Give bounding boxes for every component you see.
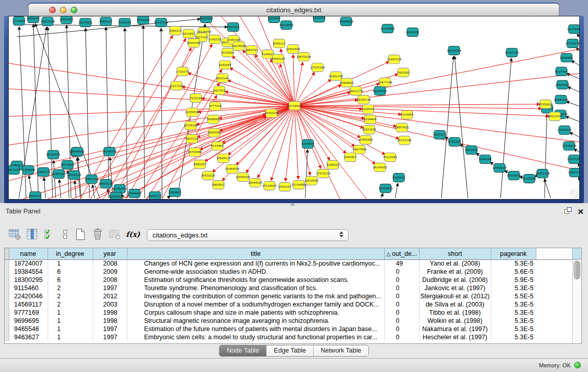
float-window-icon[interactable] <box>563 206 572 217</box>
graph-node[interactable]: 12554908 <box>286 45 300 53</box>
graph-node[interactable]: 11675358 <box>567 155 579 164</box>
graph-node[interactable]: 3216540 <box>362 105 375 114</box>
graph-node[interactable]: 8154409 <box>401 111 413 119</box>
row-selection-button[interactable] <box>41 227 58 242</box>
graph-node[interactable]: 11154408 <box>380 24 395 33</box>
graph-node[interactable]: 8095957 <box>344 153 357 162</box>
table-row[interactable]: 1830029562008Estimation of significance … <box>5 276 573 284</box>
graph-node[interactable]: 9529966 <box>560 53 573 62</box>
graph-node[interactable]: 16151342 <box>397 136 411 145</box>
graph-node[interactable]: 15652104 <box>535 169 550 178</box>
graph-node[interactable]: 9505135 <box>29 192 41 199</box>
graph-node[interactable]: 6960103 <box>100 17 113 26</box>
graph-node[interactable]: 12444154 <box>554 95 568 104</box>
graph-node[interactable]: 16984910 <box>339 78 354 87</box>
graph-node[interactable]: 14569117 <box>216 154 231 163</box>
graph-node[interactable]: 9175685 <box>221 48 233 57</box>
graph-node[interactable]: 10553207 <box>59 16 74 24</box>
graph-node[interactable]: 16521642 <box>362 125 376 134</box>
table-selector-dropdown[interactable]: citations_edges.txt <box>147 229 349 241</box>
graph-node[interactable]: 12164091 <box>522 174 536 183</box>
graph-node[interactable]: 9807216 <box>185 135 198 143</box>
network-canvas[interactable]: 1725685899014716933204105532071327902169… <box>8 16 580 200</box>
graph-node[interactable]: 23566457 <box>127 189 142 198</box>
graph-node[interactable]: 15751074 <box>565 39 579 48</box>
graph-node[interactable]: 10958107 <box>492 164 507 172</box>
column-header-name[interactable]: name <box>9 248 48 259</box>
graph-node[interactable]: 9246012 <box>326 161 339 169</box>
graph-node[interactable]: 19369664 <box>339 17 353 26</box>
graph-node[interactable]: 16818225 <box>201 171 215 180</box>
function-builder-button[interactable]: f(x) <box>124 227 141 242</box>
graph-node[interactable]: 12093582 <box>555 80 570 89</box>
graph-node[interactable]: 17935354 <box>311 63 325 72</box>
graph-node[interactable]: 7525244 <box>189 94 202 102</box>
column-header-in-degree[interactable]: in_degree <box>48 248 93 259</box>
graph-node[interactable]: 26206506 <box>102 147 117 156</box>
graph-node[interactable]: 12485034 <box>387 55 401 63</box>
graph-node[interactable]: 8186328 <box>208 35 221 43</box>
graph-node[interactable]: 1725685 <box>13 16 25 25</box>
resize-grip-icon[interactable] <box>570 189 578 198</box>
graph-node[interactable]: 9115460 <box>211 142 224 150</box>
graph-node[interactable]: 14385134 <box>356 95 371 104</box>
graph-node[interactable]: 16516054 <box>378 184 393 193</box>
graph-node[interactable]: 15125481 <box>383 153 397 162</box>
graph-node[interactable]: 16516043 <box>304 177 319 185</box>
graph-node[interactable]: 18300295 <box>265 109 279 118</box>
graph-node[interactable]: 9227342 <box>555 67 568 76</box>
table-row[interactable]: 2242004622012Investigating the contribut… <box>5 292 573 300</box>
graph-node[interactable]: 8990207 <box>193 160 206 169</box>
graph-node[interactable]: 14957921 <box>395 123 409 132</box>
graph-node[interactable]: 11156869 <box>21 166 35 174</box>
graph-node[interactable]: 2718170 <box>177 67 189 76</box>
graph-node[interactable]: 14957964 <box>352 145 366 154</box>
table-row[interactable]: 1456911722003Disruption of a novel membe… <box>5 300 573 309</box>
graph-node[interactable]: 9505167 <box>278 183 291 191</box>
network-svg[interactable]: 1725685899014716933204105532071327902169… <box>9 16 579 199</box>
graph-node[interactable]: 3913401 <box>9 166 20 174</box>
graph-node[interactable]: 12477394 <box>378 78 392 86</box>
graph-node[interactable]: 18724007 <box>288 101 302 110</box>
window-titlebar[interactable]: citations_edges.txt <box>28 3 559 16</box>
table-row[interactable]: 977716911998Corpus callosum shape and si… <box>5 309 573 317</box>
column-header-year[interactable]: year <box>93 248 127 259</box>
graph-node[interactable]: 16514256 <box>507 171 521 180</box>
tab-node-table[interactable]: Node Table <box>220 345 266 356</box>
graph-node[interactable]: 11451947 <box>52 170 66 179</box>
graph-node[interactable]: 8912953 <box>182 29 195 38</box>
graph-node[interactable]: 8454743 <box>245 46 258 54</box>
graph-node[interactable]: 6791909 <box>448 138 461 146</box>
delete-column-button[interactable] <box>89 227 106 242</box>
graph-node[interactable]: 11174007 <box>567 25 579 33</box>
graph-node[interactable]: 8990605 <box>169 188 181 197</box>
tab-network-table[interactable]: Network Table <box>313 345 368 356</box>
graph-node[interactable]: 15124025 <box>263 182 277 190</box>
column-header-out-degree[interactable]: △out_de... <box>384 248 419 259</box>
graph-node[interactable]: 17016504 <box>562 142 576 150</box>
graph-node[interactable]: 9699695 <box>207 115 219 124</box>
graph-node[interactable]: 16156164 <box>184 121 198 130</box>
graph-node[interactable]: 19846502 <box>70 147 84 156</box>
graph-node[interactable]: 18337594 <box>154 18 168 27</box>
graph-node[interactable]: 9463627 <box>212 181 225 189</box>
tab-edge-table[interactable]: Edge Table <box>266 345 313 356</box>
graph-node[interactable]: 15685205 <box>271 54 286 63</box>
graph-node[interactable]: 9154409 <box>301 140 314 148</box>
graph-node[interactable]: 15495409 <box>358 136 373 144</box>
table-row[interactable]: 1872400712008Changes of HCN gene express… <box>5 259 573 268</box>
graph-node[interactable]: 17957253 <box>84 175 99 184</box>
graph-node[interactable]: 9186713 <box>149 192 162 199</box>
graph-node[interactable]: 15958012 <box>538 100 553 108</box>
graph-node[interactable]: 16033809 <box>199 16 213 23</box>
graph-node[interactable]: 13279021 <box>78 18 93 27</box>
create-column-button[interactable] <box>72 227 89 242</box>
graph-node[interactable]: 19218596 <box>279 20 294 29</box>
graph-node[interactable]: 17476214 <box>316 169 331 178</box>
graph-node[interactable]: 7483083 <box>397 68 410 77</box>
graph-node[interactable]: 16933204 <box>40 17 55 26</box>
graph-node[interactable]: 19611279 <box>349 86 363 95</box>
column-header-short[interactable]: short <box>419 248 491 259</box>
graph-node[interactable]: 10687327 <box>568 168 579 177</box>
delete-table-button[interactable] <box>106 227 124 242</box>
